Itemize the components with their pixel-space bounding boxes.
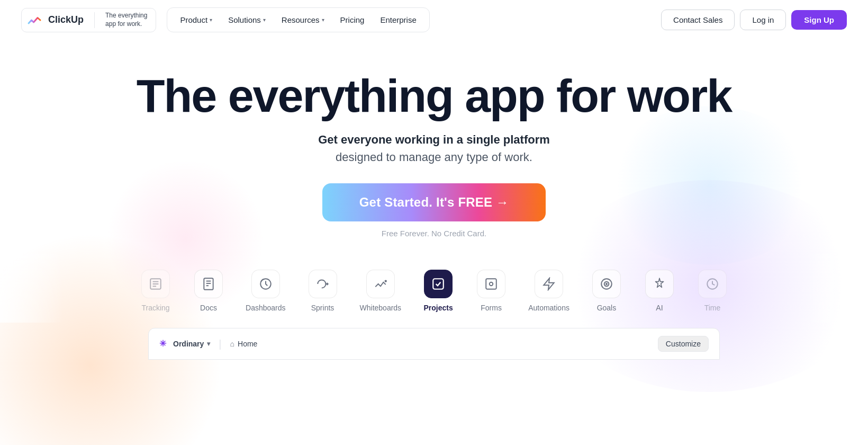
logo-divider: [94, 12, 95, 28]
feature-tab-whiteboards[interactable]: Whiteboards: [349, 264, 412, 317]
svg-rect-5: [204, 279, 213, 290]
projects-label: Projects: [424, 304, 453, 312]
workspace-name: Ordinary: [173, 340, 204, 348]
feature-tabs: Tracking Docs Dashboards Sprints Whitebo: [0, 254, 868, 323]
nav-product[interactable]: Product ▾: [173, 11, 220, 29]
feature-tab-goals[interactable]: Goals: [580, 264, 633, 317]
hero-fine-print: Free Forever. No Credit Card.: [11, 229, 857, 238]
feature-tab-projects[interactable]: Projects: [412, 264, 465, 317]
time-icon: [698, 270, 727, 298]
feature-tab-ai[interactable]: AI: [633, 264, 686, 317]
svg-point-17: [606, 283, 607, 284]
forms-icon: [477, 270, 505, 298]
nav-pricing[interactable]: Pricing: [333, 11, 372, 29]
hero-subtitle-normal: designed to manage any type of work.: [11, 150, 857, 164]
sprints-label: Sprints: [311, 304, 334, 312]
dashboards-icon: [251, 270, 280, 298]
clickup-logo-icon: [26, 12, 43, 29]
goals-icon: [592, 270, 621, 298]
preview-divider: |: [219, 338, 221, 350]
nav-links: Product ▾ Solutions ▾ Resources ▾ Pricin…: [167, 7, 429, 32]
svg-rect-12: [486, 279, 496, 290]
automations-label: Automations: [528, 304, 569, 312]
signup-button[interactable]: Sign Up: [791, 10, 847, 30]
solutions-chevron-icon: ▾: [263, 17, 266, 23]
cta-button[interactable]: Get Started. It's FREE →: [322, 183, 546, 221]
goals-label: Goals: [597, 304, 617, 312]
nav-right: Contact Sales Log in Sign Up: [661, 10, 847, 30]
ai-icon: [645, 270, 674, 298]
logo-container[interactable]: ClickUp The everything app for work.: [21, 8, 156, 32]
svg-rect-11: [433, 279, 444, 290]
customize-button[interactable]: Customize: [658, 336, 709, 352]
resources-chevron-icon: ▾: [322, 17, 324, 23]
home-icon: ⌂: [230, 340, 234, 348]
preview-home[interactable]: ⌂ Home: [230, 340, 258, 348]
whiteboards-label: Whiteboards: [360, 304, 402, 312]
svg-marker-14: [544, 279, 554, 290]
tracking-label: Tracking: [141, 304, 169, 312]
forms-label: Forms: [481, 304, 502, 312]
hero-subtitle-bold: Get everyone working in a single platfor…: [11, 131, 857, 148]
nav-resources[interactable]: Resources ▾: [274, 11, 332, 29]
hero-section: The everything app for work Get everyone…: [0, 40, 868, 254]
docs-icon: [194, 270, 223, 298]
nav-enterprise[interactable]: Enterprise: [373, 11, 423, 29]
logo-tagline: The everything app for work.: [105, 12, 147, 28]
feature-tab-dashboards[interactable]: Dashboards: [235, 264, 296, 317]
svg-point-10: [384, 280, 386, 282]
nav-left: ClickUp The everything app for work. Pro…: [21, 7, 430, 32]
dashboards-label: Dashboards: [246, 304, 286, 312]
contact-sales-button[interactable]: Contact Sales: [661, 10, 735, 30]
tracking-icon: [141, 270, 170, 298]
product-chevron-icon: ▾: [210, 17, 212, 23]
workspace-chevron-icon: ▾: [207, 340, 210, 348]
feature-tab-automations[interactable]: Automations: [518, 264, 580, 317]
feature-tab-sprints[interactable]: Sprints: [296, 264, 349, 317]
automations-icon: [535, 270, 563, 298]
feature-tab-forms[interactable]: Forms: [465, 264, 518, 317]
docs-label: Docs: [200, 304, 217, 312]
preview-home-label: Home: [238, 340, 257, 348]
feature-tab-time[interactable]: Time: [686, 264, 739, 317]
navbar: ClickUp The everything app for work. Pro…: [0, 0, 868, 40]
preview-bar-container: ✳ Ordinary ▾ | ⌂ Home Customize: [0, 328, 868, 360]
feature-tab-tracking[interactable]: Tracking: [129, 264, 182, 317]
projects-icon: [424, 270, 453, 298]
nav-solutions[interactable]: Solutions ▾: [221, 11, 273, 29]
ai-label: AI: [656, 304, 663, 312]
hero-title: The everything app for work: [11, 72, 857, 120]
whiteboards-icon: [366, 270, 395, 298]
sprints-icon: [309, 270, 337, 298]
preview-bar: ✳ Ordinary ▾ | ⌂ Home Customize: [148, 328, 720, 360]
logo-text: ClickUp: [48, 14, 84, 25]
feature-tabs-wrapper: Tracking Docs Dashboards Sprints Whitebo: [0, 254, 868, 323]
preview-workspace[interactable]: ✳ Ordinary ▾: [159, 339, 210, 349]
tabs-fade-left: [0, 254, 64, 323]
feature-tab-docs[interactable]: Docs: [182, 264, 235, 317]
svg-point-13: [490, 282, 493, 286]
workspace-star-icon: ✳: [159, 339, 170, 349]
login-button[interactable]: Log in: [740, 10, 786, 30]
time-label: Time: [704, 304, 721, 312]
tabs-fade-right: [804, 254, 868, 323]
